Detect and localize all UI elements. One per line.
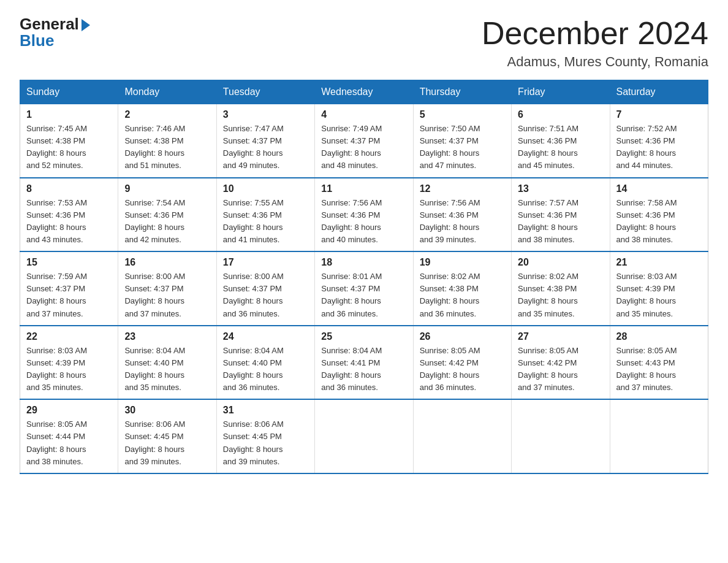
day-number: 12 [420,183,505,194]
calendar-cell: 25 Sunrise: 8:04 AM Sunset: 4:41 PM Dayl… [315,326,413,400]
day-number: 26 [420,331,505,342]
calendar-cell: 13 Sunrise: 7:57 AM Sunset: 4:36 PM Dayl… [512,178,610,252]
calendar-cell: 24 Sunrise: 8:04 AM Sunset: 4:40 PM Dayl… [216,326,314,400]
day-number: 25 [321,331,406,342]
calendar-cell: 12 Sunrise: 7:56 AM Sunset: 4:36 PM Dayl… [413,178,511,252]
day-info: Sunrise: 7:56 AM Sunset: 4:36 PM Dayligh… [321,197,406,247]
day-info: Sunrise: 7:56 AM Sunset: 4:36 PM Dayligh… [420,197,505,247]
calendar-cell: 6 Sunrise: 7:51 AM Sunset: 4:36 PM Dayli… [512,104,610,178]
day-number: 8 [26,183,112,194]
calendar-cell: 29 Sunrise: 8:05 AM Sunset: 4:44 PM Dayl… [20,399,118,473]
calendar-cell: 18 Sunrise: 8:01 AM Sunset: 4:37 PM Dayl… [315,251,413,326]
day-info: Sunrise: 7:55 AM Sunset: 4:36 PM Dayligh… [223,197,308,247]
calendar-cell: 11 Sunrise: 7:56 AM Sunset: 4:36 PM Dayl… [315,178,413,252]
day-number: 10 [223,183,308,194]
day-number: 2 [124,109,210,120]
weekday-header-monday: Monday [118,80,216,104]
calendar-cell: 27 Sunrise: 8:05 AM Sunset: 4:42 PM Dayl… [512,326,610,400]
day-number: 14 [616,183,702,194]
calendar-cell [413,399,511,473]
calendar-cell: 8 Sunrise: 7:53 AM Sunset: 4:36 PM Dayli… [20,178,118,252]
page-subtitle: Adamus, Mures County, Romania [482,54,708,70]
calendar-body: 1 Sunrise: 7:45 AM Sunset: 4:38 PM Dayli… [20,104,708,473]
calendar-cell: 7 Sunrise: 7:52 AM Sunset: 4:36 PM Dayli… [610,104,708,178]
day-number: 1 [26,109,112,120]
calendar-cell: 2 Sunrise: 7:46 AM Sunset: 4:38 PM Dayli… [118,104,216,178]
day-number: 24 [223,331,308,342]
day-info: Sunrise: 8:04 AM Sunset: 4:40 PM Dayligh… [124,345,210,394]
weekday-header-friday: Friday [512,80,610,104]
weekday-row: SundayMondayTuesdayWednesdayThursdayFrid… [20,80,708,104]
day-info: Sunrise: 7:49 AM Sunset: 4:37 PM Dayligh… [321,123,406,172]
calendar-cell: 31 Sunrise: 8:06 AM Sunset: 4:45 PM Dayl… [216,399,314,473]
calendar-cell [610,399,708,473]
day-number: 27 [518,331,603,342]
calendar-week-row: 8 Sunrise: 7:53 AM Sunset: 4:36 PM Dayli… [20,178,708,252]
day-info: Sunrise: 7:52 AM Sunset: 4:36 PM Dayligh… [616,123,702,172]
calendar-table: SundayMondayTuesdayWednesdayThursdayFrid… [20,80,708,474]
day-number: 31 [223,405,308,416]
day-info: Sunrise: 7:45 AM Sunset: 4:38 PM Dayligh… [26,123,112,172]
calendar-cell: 10 Sunrise: 7:55 AM Sunset: 4:36 PM Dayl… [216,178,314,252]
calendar-week-row: 1 Sunrise: 7:45 AM Sunset: 4:38 PM Dayli… [20,104,708,178]
day-info: Sunrise: 8:00 AM Sunset: 4:37 PM Dayligh… [223,270,308,320]
weekday-header-tuesday: Tuesday [216,80,314,104]
calendar-cell: 23 Sunrise: 8:04 AM Sunset: 4:40 PM Dayl… [118,326,216,400]
day-info: Sunrise: 8:06 AM Sunset: 4:45 PM Dayligh… [223,418,308,468]
day-number: 30 [124,405,210,416]
day-number: 19 [420,257,505,268]
calendar-cell: 20 Sunrise: 8:02 AM Sunset: 4:38 PM Dayl… [512,251,610,326]
day-info: Sunrise: 8:05 AM Sunset: 4:42 PM Dayligh… [420,345,505,394]
logo-arrow-icon [82,19,90,31]
calendar-cell: 28 Sunrise: 8:05 AM Sunset: 4:43 PM Dayl… [610,326,708,400]
day-number: 11 [321,183,406,194]
day-number: 3 [223,109,308,120]
day-info: Sunrise: 8:04 AM Sunset: 4:40 PM Dayligh… [223,345,308,394]
day-number: 17 [223,257,308,268]
calendar-week-row: 29 Sunrise: 8:05 AM Sunset: 4:44 PM Dayl… [20,399,708,473]
day-info: Sunrise: 7:53 AM Sunset: 4:36 PM Dayligh… [26,197,112,247]
calendar-cell: 30 Sunrise: 8:06 AM Sunset: 4:45 PM Dayl… [118,399,216,473]
weekday-header-wednesday: Wednesday [315,80,413,104]
day-number: 21 [616,257,702,268]
day-info: Sunrise: 7:59 AM Sunset: 4:37 PM Dayligh… [26,270,112,320]
page-title: December 2024 [482,15,708,52]
day-number: 15 [26,257,112,268]
day-number: 20 [518,257,603,268]
day-info: Sunrise: 8:03 AM Sunset: 4:39 PM Dayligh… [616,270,702,320]
day-number: 9 [124,183,210,194]
day-info: Sunrise: 8:05 AM Sunset: 4:42 PM Dayligh… [518,345,603,394]
weekday-header-sunday: Sunday [20,80,118,104]
day-info: Sunrise: 8:05 AM Sunset: 4:44 PM Dayligh… [26,418,112,468]
calendar-cell: 9 Sunrise: 7:54 AM Sunset: 4:36 PM Dayli… [118,178,216,252]
calendar-cell: 4 Sunrise: 7:49 AM Sunset: 4:37 PM Dayli… [315,104,413,178]
day-number: 29 [26,405,112,416]
day-number: 4 [321,109,406,120]
calendar-header: SundayMondayTuesdayWednesdayThursdayFrid… [20,80,708,104]
calendar-cell [315,399,413,473]
page-header: General Blue December 2024 Adamus, Mures… [20,15,708,70]
day-info: Sunrise: 8:05 AM Sunset: 4:43 PM Dayligh… [616,345,702,394]
day-info: Sunrise: 7:58 AM Sunset: 4:36 PM Dayligh… [616,197,702,247]
calendar-week-row: 15 Sunrise: 7:59 AM Sunset: 4:37 PM Dayl… [20,251,708,326]
day-info: Sunrise: 7:46 AM Sunset: 4:38 PM Dayligh… [124,123,210,172]
day-info: Sunrise: 8:02 AM Sunset: 4:38 PM Dayligh… [518,270,603,320]
calendar-cell: 16 Sunrise: 8:00 AM Sunset: 4:37 PM Dayl… [118,251,216,326]
day-number: 18 [321,257,406,268]
day-number: 28 [616,331,702,342]
calendar-cell: 21 Sunrise: 8:03 AM Sunset: 4:39 PM Dayl… [610,251,708,326]
day-info: Sunrise: 8:01 AM Sunset: 4:37 PM Dayligh… [321,270,406,320]
calendar-cell: 14 Sunrise: 7:58 AM Sunset: 4:36 PM Dayl… [610,178,708,252]
day-info: Sunrise: 8:03 AM Sunset: 4:39 PM Dayligh… [26,345,112,394]
calendar-week-row: 22 Sunrise: 8:03 AM Sunset: 4:39 PM Dayl… [20,326,708,400]
day-info: Sunrise: 7:50 AM Sunset: 4:37 PM Dayligh… [420,123,505,172]
logo: General Blue [20,15,90,50]
day-number: 5 [420,109,505,120]
calendar-cell: 17 Sunrise: 8:00 AM Sunset: 4:37 PM Dayl… [216,251,314,326]
day-info: Sunrise: 7:54 AM Sunset: 4:36 PM Dayligh… [124,197,210,247]
calendar-cell: 26 Sunrise: 8:05 AM Sunset: 4:42 PM Dayl… [413,326,511,400]
calendar-cell: 5 Sunrise: 7:50 AM Sunset: 4:37 PM Dayli… [413,104,511,178]
weekday-header-saturday: Saturday [610,80,708,104]
day-number: 13 [518,183,603,194]
day-info: Sunrise: 7:57 AM Sunset: 4:36 PM Dayligh… [518,197,603,247]
